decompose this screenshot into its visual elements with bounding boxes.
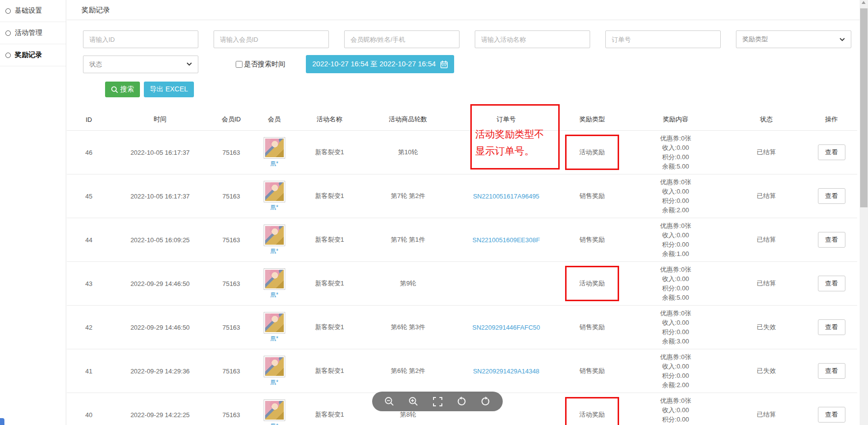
date-range-button[interactable]: 2022-10-27 16:54 至 2022-10-27 16:54 — [306, 55, 454, 73]
col-header-activity: 活动名称 — [295, 110, 364, 131]
member-name-input[interactable] — [344, 30, 460, 48]
member-nickname-link[interactable]: 凰* — [270, 160, 278, 168]
id-input[interactable] — [83, 30, 198, 48]
cell-time: 2022-09-29 14:46:50 — [111, 306, 209, 349]
cell-time: 2022-09-29 14:22:25 — [111, 393, 209, 425]
cell-reward-type: 销售奖励 — [560, 218, 624, 262]
member-avatar[interactable] — [264, 399, 285, 421]
page-title: 奖励记录 — [81, 5, 110, 15]
view-button[interactable]: 查看 — [818, 319, 845, 335]
order-no-input[interactable] — [605, 30, 721, 48]
cell-reward-type: 活动奖励 — [560, 262, 624, 306]
cell-member: 凰* — [253, 174, 295, 218]
member-avatar[interactable] — [264, 137, 285, 159]
cell-member-id: 75163 — [209, 174, 253, 218]
sidebar-item-reward-records[interactable]: 奖励记录 — [0, 44, 66, 66]
reward-records-table: ID 时间 会员ID 会员 活动名称 活动商品轮数 订单号 奖励类型 奖励内容 … — [67, 110, 857, 425]
cell-activity: 新客裂变1 — [295, 349, 364, 393]
cell-activity: 新客裂变1 — [295, 218, 364, 262]
reward-lines: 优惠券:0张收入:0.00积分:0.00余额:1.00 — [624, 221, 727, 258]
rotate-left-icon[interactable] — [456, 396, 467, 407]
cell-round: 第6轮 第2件 — [364, 349, 452, 393]
cell-id: 44 — [67, 218, 111, 262]
col-header-order: 订单号 — [452, 110, 560, 131]
view-button[interactable]: 查看 — [818, 144, 845, 160]
scrollbar-thumb[interactable] — [860, 8, 868, 207]
main-content: 奖励记录 奖励类型 状态 是否搜索时间 2022-10-27 16: — [67, 0, 860, 425]
reward-lines: 优惠券:0张收入:0.00积分:0.00余额:5.00 — [624, 134, 727, 171]
rotate-right-icon[interactable] — [480, 396, 491, 407]
col-header-reward-type: 奖励类型 — [560, 110, 624, 131]
search-time-checkbox[interactable] — [236, 61, 243, 68]
fullscreen-icon[interactable] — [432, 396, 443, 407]
reward-type-select[interactable]: 奖励类型 — [736, 30, 851, 48]
zoom-out-icon[interactable] — [384, 396, 395, 407]
member-id-input[interactable] — [214, 30, 329, 48]
scroll-up-arrow-icon[interactable] — [862, 1, 866, 4]
cell-member: 凰* — [253, 306, 295, 349]
chevron-down-icon — [187, 62, 192, 66]
member-nickname-link[interactable]: 凰* — [270, 335, 278, 343]
search-button-label: 搜索 — [120, 85, 134, 94]
status-select[interactable]: 状态 — [83, 56, 198, 73]
member-nickname-link[interactable]: 凰* — [270, 291, 278, 299]
search-time-checkbox-group: 是否搜索时间 — [236, 60, 285, 69]
avatar-image — [265, 313, 284, 332]
cell-order[interactable]: SN2209291446FAFC50 — [452, 306, 560, 349]
avatar-image — [265, 226, 284, 245]
filter-row-2: 状态 是否搜索时间 2022-10-27 16:54 至 2022-10-27 … — [83, 55, 860, 73]
view-button[interactable]: 查看 — [818, 232, 845, 248]
view-button[interactable]: 查看 — [818, 276, 845, 291]
cell-reward-type: 销售奖励 — [560, 306, 624, 349]
zoom-in-icon[interactable] — [408, 396, 419, 407]
cell-status: 已结算 — [727, 218, 806, 262]
cell-actions: 查看 — [806, 174, 857, 218]
member-avatar[interactable] — [264, 312, 285, 334]
filter-panel: 奖励类型 状态 是否搜索时间 2022-10-27 16:54 至 2022-1… — [67, 30, 860, 97]
cell-status: 已结算 — [727, 393, 806, 425]
export-excel-button[interactable]: 导出 EXCEL — [144, 82, 194, 97]
activity-name-input[interactable] — [475, 30, 590, 48]
reward-lines: 优惠券:0张收入:0.00积分:0.00余额:2.00 — [624, 352, 727, 390]
vertical-scrollbar[interactable] — [860, 0, 868, 425]
cell-round: 第6轮 第3件 — [364, 306, 452, 349]
cell-order[interactable]: SN2210051609EE308F — [452, 218, 560, 262]
status-select-value: 状态 — [89, 60, 102, 69]
col-header-member-id: 会员ID — [209, 110, 253, 131]
view-button[interactable]: 查看 — [818, 407, 845, 423]
cell-time: 2022-10-05 16:09:25 — [111, 218, 209, 262]
sidebar-item-activity-management[interactable]: 活动管理 — [0, 22, 66, 44]
cell-time: 2022-09-29 14:46:50 — [111, 262, 209, 306]
action-buttons: 搜索 导出 EXCEL — [83, 82, 860, 97]
cell-order — [452, 262, 560, 306]
cell-actions: 查看 — [806, 306, 857, 349]
view-button[interactable]: 查看 — [818, 188, 845, 204]
cell-member-id: 75163 — [209, 262, 253, 306]
table-row: 42 2022-09-29 14:46:50 75163 凰* 新客裂变1 第6… — [67, 306, 857, 349]
member-nickname-link[interactable]: 凰* — [270, 247, 278, 255]
cell-member-id: 75163 — [209, 131, 253, 174]
cell-activity: 新客裂变1 — [295, 306, 364, 349]
view-button[interactable]: 查看 — [818, 363, 845, 379]
member-avatar[interactable] — [264, 225, 285, 246]
member-avatar[interactable] — [264, 268, 285, 290]
cell-order[interactable]: SN2210051617A96495 — [452, 174, 560, 218]
member-avatar[interactable] — [264, 356, 285, 377]
cell-reward-type: 销售奖励 — [560, 174, 624, 218]
member-nickname-link[interactable]: 凰* — [270, 378, 278, 387]
reward-lines: 优惠券:0张收入:0.00积分:0.00余额:5.00 — [624, 396, 727, 425]
cell-order[interactable]: SN2209291429A14348 — [452, 349, 560, 393]
cell-reward-content: 优惠券:0张收入:0.00积分:0.00余额:1.00 — [624, 218, 727, 262]
reward-type-box: 销售奖励 — [567, 355, 618, 387]
member-nickname-link[interactable]: 凰* — [270, 203, 278, 212]
search-button[interactable]: 搜索 — [105, 82, 140, 97]
member-avatar[interactable] — [264, 181, 285, 202]
cell-member: 凰* — [253, 218, 295, 262]
cell-activity: 新客裂变1 — [295, 131, 364, 174]
member-nickname-link[interactable]: 凰* — [270, 422, 278, 425]
cell-reward-type: 销售奖励 — [560, 349, 624, 393]
cell-id: 41 — [67, 349, 111, 393]
cell-status: 已结算 — [727, 131, 806, 174]
cell-status: 已结算 — [727, 262, 806, 306]
sidebar-item-basic-settings[interactable]: 基础设置 — [0, 0, 66, 22]
